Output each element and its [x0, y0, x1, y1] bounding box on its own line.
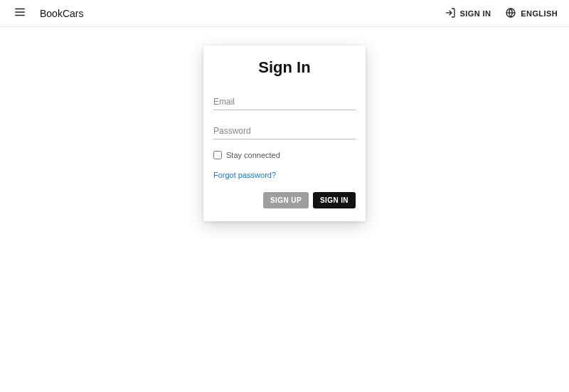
sign-in-button[interactable]: SIGN IN [313, 192, 356, 208]
card-title: Sign In [213, 58, 356, 77]
brand-name: BookCars [40, 8, 83, 19]
language-label: ENGLISH [521, 9, 558, 18]
password-field[interactable] [213, 122, 356, 139]
language-button[interactable]: ENGLISH [505, 7, 558, 20]
email-field[interactable] [213, 92, 356, 110]
forgot-password-link[interactable]: Forgot password? [213, 171, 276, 179]
hamburger-icon [14, 6, 26, 21]
sign-up-button[interactable]: SIGN UP [263, 192, 309, 208]
stay-connected-checkbox[interactable] [213, 151, 222, 159]
email-field-wrap [213, 92, 356, 110]
header-sign-in-label: SIGN IN [460, 9, 491, 18]
stay-connected-label[interactable]: Stay connected [226, 151, 280, 159]
app-header: BookCars SIGN IN ENGLISH [0, 0, 569, 27]
password-field-wrap [213, 122, 356, 139]
menu-button[interactable] [11, 5, 28, 22]
sign-in-card: Sign In Stay connected Forgot password? … [203, 46, 366, 221]
header-sign-in-button[interactable]: SIGN IN [445, 7, 491, 20]
login-icon [445, 7, 456, 20]
globe-icon [505, 7, 516, 20]
